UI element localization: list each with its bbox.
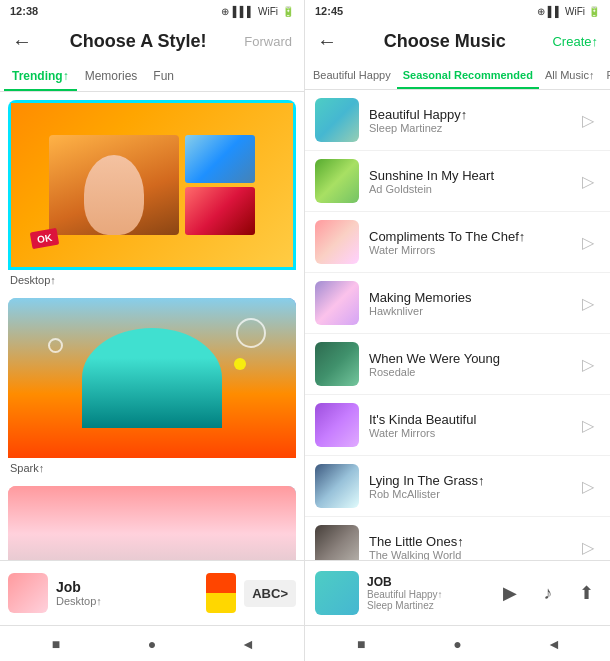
tab-beautiful-happy[interactable]: Beautiful Happy [307,61,397,89]
play-control-btn[interactable]: ▶ [496,579,524,607]
right-battery-icon: 🔋 [588,6,600,17]
music-thumb-2 [315,220,359,264]
right-header: ← Choose Music Create↑ [305,22,610,61]
right-nav-bar: ■ ● ◄ [305,625,610,661]
right-bottom-thumb [315,571,359,615]
nav-back-icon[interactable]: ◄ [238,634,258,654]
music-info-6: Lying In The Grass↑ Rob McAllister [369,473,566,500]
forward-button[interactable]: Forward [244,34,292,49]
tab-memories[interactable]: Memories [77,61,146,91]
right-nav-circle-icon[interactable]: ● [447,634,467,654]
play-btn-7[interactable]: ▷ [576,535,600,559]
music-title-1: Sunshine In My Heart [369,168,566,183]
music-item-0[interactable]: Beautiful Happy↑ Sleep Martinez ▷ [305,90,610,151]
right-panel: 12:45 ⊕ ▌▌ WiFi 🔋 ← Choose Music Create↑… [305,0,610,661]
music-item-1[interactable]: Sunshine In My Heart Ad Goldstein ▷ [305,151,610,212]
couple-silhouette [82,328,222,428]
left-back-icon[interactable]: ← [12,30,32,53]
create-button[interactable]: Create↑ [552,34,598,49]
music-artist-5: Water Mirrors [369,427,566,439]
music-title-4: When We Were Young [369,351,566,366]
music-item-5[interactable]: It's Kinda Beautiful Water Mirrors ▷ [305,395,610,456]
music-item-2[interactable]: Compliments To The Chef↑ Water Mirrors ▷ [305,212,610,273]
third-card-content [8,486,296,560]
music-info-2: Compliments To The Chef↑ Water Mirrors [369,229,566,256]
music-control-btn[interactable]: ♪ [534,579,562,607]
bluetooth-icon: ⊕ [221,6,229,17]
music-info-0: Beautiful Happy↑ Sleep Martinez [369,107,566,134]
play-btn-6[interactable]: ▷ [576,474,600,498]
spark-label: Spark↑ [8,458,296,478]
left-title: Choose A Style! [70,31,207,52]
couple-photo [8,298,296,458]
ok-badge: OK [30,228,60,249]
music-artist-4: Rosedale [369,366,566,378]
nav-square-icon[interactable]: ■ [46,634,66,654]
play-btn-1[interactable]: ▷ [576,169,600,193]
tab-trending[interactable]: Trending↑ [4,61,77,91]
right-back-icon[interactable]: ← [317,30,337,53]
girl-silhouette [8,486,296,560]
person-silhouette [49,135,179,235]
music-artist-0: Sleep Martinez [369,122,566,134]
music-item-3[interactable]: Making Memories Hawknliver ▷ [305,273,610,334]
left-status-bar: 12:38 ⊕ ▌▌▌ WiFi 🔋 [0,0,304,22]
play-btn-0[interactable]: ▷ [576,108,600,132]
share-control-btn[interactable]: ⬆ [572,579,600,607]
nav-circle-icon[interactable]: ● [142,634,162,654]
right-status-bar: 12:45 ⊕ ▌▌ WiFi 🔋 [305,0,610,22]
person-face [84,155,144,235]
right-bluetooth-icon: ⊕ [537,6,545,17]
tab-recent[interactable]: Recent [600,61,610,89]
right-status-icons: ⊕ ▌▌ WiFi 🔋 [537,6,600,17]
right-bottom-song: Beautiful Happy↑ [367,589,488,600]
music-artist-3: Hawknliver [369,305,566,317]
wifi-icon: WiFi [258,6,278,17]
spark-card-image [8,298,296,458]
left-bottom-bar: Job Desktop↑ ABC> [0,560,304,625]
signal-icon: ▌▌▌ [233,6,254,17]
circle-deco-3 [234,358,246,370]
play-btn-3[interactable]: ▷ [576,291,600,315]
play-btn-2[interactable]: ▷ [576,230,600,254]
tab-all-music[interactable]: All Music↑ [539,61,601,89]
style-card-third[interactable] [8,486,296,560]
color-swatch[interactable] [206,573,236,613]
music-thumb-7 [315,525,359,560]
music-item-4[interactable]: When We Were Young Rosedale ▷ [305,334,610,395]
music-artist-7: The Walking World [369,549,566,561]
battery-icon: 🔋 [282,6,294,17]
music-item-7[interactable]: The Little Ones↑ The Walking World ▷ [305,517,610,560]
text-button[interactable]: ABC> [244,580,296,607]
left-tabs: Trending↑ Memories Fun [0,61,304,92]
tab-fun[interactable]: Fun [145,61,182,91]
left-status-icons: ⊕ ▌▌▌ WiFi 🔋 [221,6,294,17]
right-signal-icon: ▌▌ [548,6,562,17]
left-header: ← Choose A Style! Forward [0,22,304,61]
circle-deco-2 [48,338,63,353]
left-content: OK Desktop↑ Spark↑ [0,92,304,560]
music-info-1: Sunshine In My Heart Ad Goldstein [369,168,566,195]
play-btn-5[interactable]: ▷ [576,413,600,437]
music-title-5: It's Kinda Beautiful [369,412,566,427]
style-card-spark[interactable]: Spark↑ [8,298,296,478]
play-btn-4[interactable]: ▷ [576,352,600,376]
music-info-7: The Little Ones↑ The Walking World [369,534,566,561]
right-bottom-artist: Sleep Martinez [367,600,488,611]
right-bottom-controls: ▶ ♪ ⬆ [496,579,600,607]
mini-photo-1 [185,135,255,183]
tab-seasonal[interactable]: Seasonal Recommended [397,61,539,89]
style-card-desktop[interactable]: OK Desktop↑ [8,100,296,290]
music-artist-1: Ad Goldstein [369,183,566,195]
music-title-7: The Little Ones↑ [369,534,566,549]
right-tabs: Beautiful Happy Seasonal Recommended All… [305,61,610,90]
music-info-5: It's Kinda Beautiful Water Mirrors [369,412,566,439]
right-nav-back-icon[interactable]: ◄ [544,634,564,654]
right-nav-square-icon[interactable]: ■ [351,634,371,654]
bottom-info: Job Desktop↑ [56,579,198,607]
music-thumb-3 [315,281,359,325]
music-item-6[interactable]: Lying In The Grass↑ Rob McAllister ▷ [305,456,610,517]
right-title: Choose Music [384,31,506,52]
music-title-0: Beautiful Happy↑ [369,107,566,122]
music-thumb-6 [315,464,359,508]
